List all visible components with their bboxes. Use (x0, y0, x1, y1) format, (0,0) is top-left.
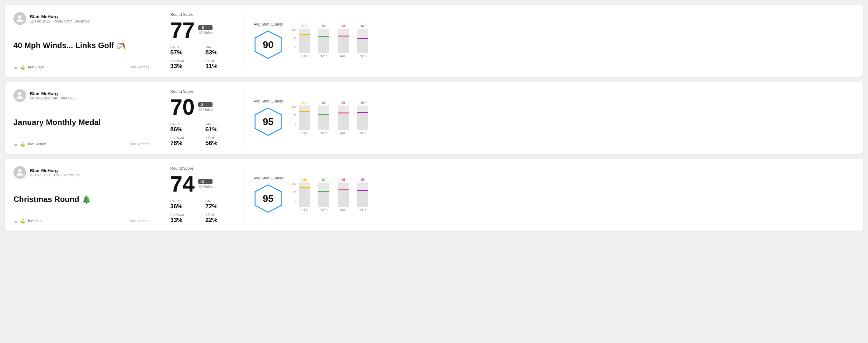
round-title: Christmas Round 🎄 (13, 195, 149, 204)
bar-marker-putt (357, 190, 368, 191)
bar-label-ott: OTT (301, 55, 307, 58)
stat-updown: Up/Down 78% (170, 136, 198, 147)
round-left-section: Blair McHarg12 Feb 2022 · Royal North De… (13, 12, 159, 70)
player-meta: 12 Feb 2022 · Royal North Devon GC (30, 19, 91, 23)
hexagon-wrapper: Avg Shot Quality 95 (253, 99, 283, 137)
bar-area-arg (338, 182, 349, 207)
bar-fill-arg (338, 114, 349, 130)
bar-fill-ott (299, 188, 310, 207)
quality-container: Avg Shot Quality 95 100 50 0 101OTT86APP… (253, 99, 369, 137)
player-name: Blair McHarg (30, 168, 80, 173)
bar-chart-wrapper: 100 50 0 101OTT86APP96ARG99PUTT (292, 101, 369, 135)
stat-value-oneputt: 11% (206, 63, 234, 70)
round-mid-section: Round Score70-218 Holes FW Hit 86% GIR 6… (159, 89, 244, 147)
round-left-section: Blair McHarg29 Jan 2022 · Mill Ride GCCJ… (13, 89, 159, 147)
bar-fill-app (318, 37, 329, 53)
bar-fill-ott (299, 112, 310, 130)
big-score: 77 (170, 19, 194, 41)
bar-fill-ott (299, 35, 310, 53)
bar-col-putt: 93PUTT (356, 178, 369, 212)
bar-marker-app (318, 114, 329, 115)
round-score-label: Round Score (170, 12, 233, 17)
data-source: Data: Arccos (129, 65, 149, 69)
round-right-section: Avg Shot Quality 95 100 50 0 101OTT86APP… (244, 89, 855, 147)
stat-label-gir: GIR (206, 45, 234, 49)
bar-fill-app (318, 192, 329, 207)
stat-label-fw-hit: FW Hit (170, 122, 198, 126)
score-badge-col: -218 Holes (198, 102, 213, 112)
player-header: Blair McHarg27 Dec 2021 · The Oxfordshir… (13, 166, 149, 179)
bar-chart: 107OTT95APP98ARG82PUTT (298, 24, 369, 58)
bag-icon: ⛳ (20, 65, 25, 70)
stat-updown: Up/Down 33% (170, 59, 198, 70)
player-info: Blair McHarg27 Dec 2021 · The Oxfordshir… (30, 168, 80, 177)
holes-label: 18 Holes (198, 107, 213, 112)
y-label-100: 100 (292, 182, 297, 185)
bar-label-arg: ARG (340, 208, 347, 212)
bar-area-arg (338, 29, 349, 53)
tee-info: ☁ ⛳ Tee: Black (13, 65, 44, 70)
bar-label-arg: ARG (340, 131, 347, 135)
round-left-section: Blair McHarg27 Dec 2021 · The Oxfordshir… (13, 166, 159, 223)
bar-marker-putt (357, 38, 368, 39)
stat-value-fw-hit: 36% (170, 203, 198, 210)
bar-marker-arg (338, 189, 349, 190)
round-right-section: Avg Shot Quality 95 100 50 0 110OTT87APP… (244, 166, 855, 223)
bar-value-arg: 96 (341, 101, 345, 104)
bar-col-arg: 95ARG (337, 178, 350, 212)
stat-label-oneputt: 1 Putt (206, 213, 234, 217)
y-axis: 100 50 0 (292, 178, 298, 202)
round-card: Blair McHarg12 Feb 2022 · Royal North De… (5, 5, 863, 77)
round-title: 40 Mph Winds... Links Golf 🪃 (13, 41, 149, 50)
quality-score: 95 (263, 116, 274, 127)
avatar (13, 12, 26, 25)
bar-value-putt: 93 (361, 178, 365, 182)
tee-info: ☁ ⛳ Tee: Blue (13, 219, 42, 223)
y-label-0: 0 (292, 122, 297, 125)
bar-area-putt (357, 29, 368, 53)
player-meta: 29 Jan 2022 · Mill Ride GCC (30, 96, 76, 100)
bar-marker-app (318, 191, 329, 192)
stat-value-updown: 33% (170, 63, 198, 70)
quality-score: 90 (263, 39, 274, 51)
avg-quality-label: Avg Shot Quality (253, 22, 283, 27)
bar-area-app (318, 105, 329, 130)
bar-marker-ott (299, 187, 310, 188)
bar-value-app: 95 (322, 24, 326, 28)
bar-value-ott: 101 (302, 101, 307, 104)
bar-value-arg: 95 (341, 178, 345, 182)
bar-chart: 101OTT86APP96ARG99PUTT (298, 101, 369, 135)
round-score-label: Round Score (170, 89, 233, 94)
y-label-50: 50 (292, 114, 297, 117)
quality-container: Avg Shot Quality 95 100 50 0 110OTT87APP… (253, 176, 369, 214)
hexagon: 90 (253, 30, 283, 60)
stat-gir: GIR 72% (206, 199, 234, 210)
score-diff-badge: -2 (198, 102, 213, 107)
stat-gir: GIR 61% (206, 122, 234, 133)
tee-label: Tee: Blue (27, 219, 42, 223)
stat-fw-hit: FW Hit 36% (170, 199, 198, 210)
stat-label-fw-hit: FW Hit (170, 45, 198, 49)
bar-value-arg: 98 (341, 24, 345, 28)
bar-chart: 110OTT87APP95ARG93PUTT (298, 178, 369, 212)
data-source: Data: Arccos (129, 142, 149, 146)
stat-fw-hit: FW Hit 86% (170, 122, 198, 133)
bar-col-ott: 110OTT (298, 178, 311, 212)
hexagon: 95 (253, 183, 283, 214)
stat-value-gir: 83% (206, 49, 234, 56)
score-badge-col: +218 Holes (198, 179, 213, 189)
tee-info: ☁ ⛳ Tee: Yellow (13, 142, 45, 147)
round-mid-section: Round Score77+518 Holes FW Hit 57% GIR 8… (159, 12, 244, 70)
hexagon-wrapper: Avg Shot Quality 90 (253, 22, 283, 60)
score-row: 77+518 Holes (170, 19, 233, 41)
stat-gir: GIR 83% (206, 45, 234, 56)
round-card: Blair McHarg27 Dec 2021 · The Oxfordshir… (5, 159, 863, 231)
stat-oneputt: 1 Putt 11% (206, 59, 234, 70)
stat-value-fw-hit: 86% (170, 126, 198, 133)
weather-icon: ☁ (13, 219, 18, 223)
bar-fill-putt (357, 39, 368, 53)
bar-col-ott: 101OTT (298, 101, 311, 135)
big-score: 74 (170, 173, 194, 195)
y-label-50: 50 (292, 191, 297, 194)
bar-area-app (318, 29, 329, 53)
